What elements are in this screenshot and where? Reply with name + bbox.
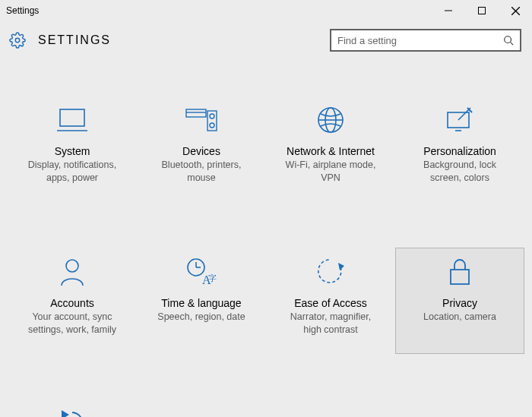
close-icon [511,7,520,15]
tile-devices[interactable]: Devices Bluetooth, printers, mouse [137,96,266,202]
update-icon [13,408,131,418]
system-icon [13,104,131,136]
search-input[interactable] [337,35,503,46]
tile-subtitle: Location, camera [401,311,519,324]
svg-rect-26 [451,270,469,284]
minimize-icon [445,7,452,14]
tile-subtitle: Speech, region, date [142,311,261,324]
search-icon [503,35,514,46]
svg-point-5 [505,36,511,43]
window-titlebar: Settings [0,0,532,21]
svg-text:字: 字 [208,273,217,283]
tile-subtitle: Background, lock screen, colors [401,159,519,185]
tile-system[interactable]: System Display, notifications, apps, pow… [8,96,137,202]
tile-subtitle: Narrator, magnifier, high contrast [271,311,390,336]
tile-subtitle: Your account, sync settings, work, famil… [13,311,131,336]
close-button[interactable] [499,0,532,21]
tile-title: Ease of Access [271,297,390,309]
svg-marker-27 [62,410,69,418]
tile-time-language[interactable]: A 字 Time & language Speech, region, date [137,248,266,354]
maximize-button[interactable] [465,0,499,21]
tile-title: Time & language [142,297,261,309]
tile-subtitle: Display, notifications, apps, power [13,159,131,185]
tile-privacy[interactable]: Privacy Location, camera [395,248,524,354]
search-box[interactable] [330,29,521,52]
svg-rect-9 [186,109,206,117]
tile-title: Accounts [13,297,131,309]
settings-grid: System Display, notifications, apps, pow… [0,59,532,417]
globe-icon [271,104,390,136]
ease-of-access-icon [271,256,390,288]
time-language-icon: A 字 [142,256,261,288]
window-title: Settings [6,5,39,16]
svg-rect-7 [60,109,84,126]
devices-icon [142,104,261,136]
tile-personalization[interactable]: Personalization Background, lock screen,… [395,96,524,202]
lock-icon [401,256,519,288]
page-title: SETTINGS [38,33,111,47]
tile-update-security[interactable]: Update & security [8,400,137,418]
tile-ease-of-access[interactable]: Ease of Access Narrator, magnifier, high… [266,248,395,354]
tile-title: Privacy [401,297,519,309]
tile-accounts[interactable]: Accounts Your account, sync settings, wo… [8,248,137,354]
accounts-icon [13,256,131,288]
svg-rect-1 [479,8,486,14]
settings-gear-icon [9,32,26,49]
tile-subtitle: Wi-Fi, airplane mode, VPN [271,159,390,185]
svg-line-6 [511,43,514,46]
tile-subtitle: Bluetooth, printers, mouse [142,159,261,185]
tile-title: Personalization [401,145,519,157]
maximize-icon [478,7,486,14]
tile-network[interactable]: Network & Internet Wi-Fi, airplane mode,… [266,96,395,202]
header: SETTINGS [0,21,532,59]
minimize-button[interactable] [432,0,465,21]
tile-title: Network & Internet [271,145,390,157]
tile-title: Devices [142,145,261,157]
window-controls [432,0,532,21]
svg-point-12 [210,114,214,118]
svg-point-19 [66,260,78,272]
header-left: SETTINGS [9,32,111,49]
personalization-icon [401,104,519,136]
tile-title: System [13,145,131,157]
svg-point-4 [15,38,20,43]
svg-point-13 [210,123,214,128]
